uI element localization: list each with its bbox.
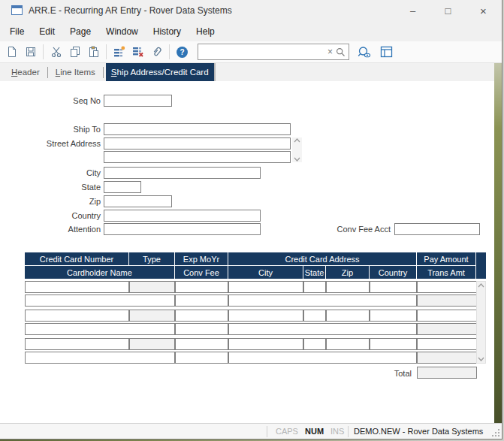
lookup-button[interactable] xyxy=(355,43,374,61)
conv-fee-acct-label: Conv Fee Acct xyxy=(315,223,391,235)
help-button[interactable]: ? xyxy=(173,43,192,61)
app-window-icon xyxy=(11,5,23,15)
exp-moyr-input[interactable] xyxy=(175,281,228,293)
delete-row-button[interactable] xyxy=(128,43,147,61)
caps-indicator: CAPS xyxy=(276,424,298,439)
pay-amount-input[interactable] xyxy=(417,310,477,322)
cc-number-input[interactable] xyxy=(25,310,129,322)
col-header-cardholder-name: Cardholder Name xyxy=(25,266,174,279)
menu-file[interactable]: File xyxy=(2,23,32,40)
resize-grip-icon[interactable] xyxy=(493,430,499,436)
menu-help[interactable]: Help xyxy=(189,23,222,40)
cc-type-field xyxy=(129,281,175,293)
session-status: DEMO.NEW - Rover Data Systems xyxy=(354,424,483,439)
save-button[interactable] xyxy=(21,43,40,61)
paste-button[interactable] xyxy=(84,43,103,61)
cc-address-input[interactable] xyxy=(228,323,417,335)
tab-line-items[interactable]: Line Items xyxy=(50,63,101,81)
cc-state-input[interactable] xyxy=(303,310,326,322)
state-input[interactable] xyxy=(104,181,141,193)
exp-moyr-input[interactable] xyxy=(175,338,228,350)
street-address-line1-input[interactable] xyxy=(104,137,291,150)
grid-scrollbar[interactable] xyxy=(476,281,486,364)
ins-indicator: INS xyxy=(330,424,344,439)
layout-button[interactable] xyxy=(377,43,396,61)
cc-zip-input[interactable] xyxy=(326,310,370,322)
menu-edit[interactable]: Edit xyxy=(32,23,62,40)
cc-address-input[interactable] xyxy=(228,352,417,364)
country-input[interactable] xyxy=(104,210,261,222)
new-button[interactable] xyxy=(2,43,21,61)
cc-state-input[interactable] xyxy=(303,281,326,293)
cc-number-input[interactable] xyxy=(25,281,129,293)
conv-fee-input[interactable] xyxy=(175,352,228,364)
col-header-cc-city: City xyxy=(228,266,303,279)
chevron-up-icon xyxy=(478,283,484,288)
num-indicator: NUM xyxy=(305,424,324,439)
conv-fee-acct-input[interactable] xyxy=(394,223,480,235)
col-header-cc-country: Country xyxy=(370,266,416,279)
maximize-button[interactable]: □ xyxy=(435,0,461,21)
cc-address-input[interactable] xyxy=(228,295,417,307)
search-clear-icon[interactable]: × xyxy=(325,45,335,59)
toolbar-separator xyxy=(106,44,107,59)
delete-row-icon xyxy=(131,46,144,58)
exp-moyr-input[interactable] xyxy=(175,310,228,322)
chevron-down-icon xyxy=(478,357,484,361)
toolbar-separator xyxy=(43,44,44,59)
cardholder-name-input[interactable] xyxy=(25,295,175,307)
cc-country-input[interactable] xyxy=(370,338,417,350)
attention-input[interactable] xyxy=(104,223,261,235)
cc-city-input[interactable] xyxy=(228,310,303,322)
save-icon xyxy=(25,46,37,58)
cardholder-name-input[interactable] xyxy=(25,352,175,364)
paste-clipboard-icon xyxy=(88,46,100,58)
conv-fee-input[interactable] xyxy=(175,295,228,307)
tab-ship-address-credit-card[interactable]: Ship Address/Credit Card xyxy=(106,63,214,81)
menu-page[interactable]: Page xyxy=(62,23,98,40)
attention-label: Attention xyxy=(23,223,101,235)
city-input[interactable] xyxy=(104,167,261,179)
close-button[interactable]: × xyxy=(470,0,496,21)
cc-country-input[interactable] xyxy=(370,310,417,322)
tab-separator xyxy=(103,67,104,78)
status-separator xyxy=(267,426,267,437)
svg-text:?: ? xyxy=(180,48,184,56)
cc-type-field xyxy=(129,338,175,350)
cc-type-field xyxy=(129,310,175,322)
trans-amt-field xyxy=(417,323,477,335)
cc-number-input[interactable] xyxy=(25,338,129,350)
conv-fee-input[interactable] xyxy=(175,323,228,335)
tab-header[interactable]: Header xyxy=(6,63,45,81)
pay-amount-input[interactable] xyxy=(417,338,477,350)
cc-country-input[interactable] xyxy=(370,281,417,293)
copy-button[interactable] xyxy=(65,43,84,61)
cc-city-input[interactable] xyxy=(228,338,303,350)
toolbar: ? × xyxy=(0,41,502,63)
attach-button[interactable] xyxy=(147,43,166,61)
city-label: City xyxy=(23,167,101,179)
cc-city-input[interactable] xyxy=(228,281,303,293)
credit-card-grid: Credit Card Number Type Exp MoYr Credit … xyxy=(25,252,487,380)
pay-amount-input[interactable] xyxy=(417,281,477,293)
menu-history[interactable]: History xyxy=(146,23,189,40)
street-address-label: Street Address xyxy=(23,137,101,150)
street-address-scrollbar[interactable] xyxy=(292,137,302,162)
seq-no-input[interactable] xyxy=(104,95,172,107)
col-header-pay-amount: Pay Amount xyxy=(417,252,475,265)
search-icon[interactable] xyxy=(335,47,349,57)
minimize-button[interactable]: – xyxy=(400,0,426,21)
cut-button[interactable] xyxy=(47,43,65,61)
menu-window[interactable]: Window xyxy=(98,23,146,40)
cardholder-name-input[interactable] xyxy=(25,323,175,335)
insert-row-button[interactable] xyxy=(110,43,128,61)
cc-zip-input[interactable] xyxy=(326,338,370,350)
ship-to-input[interactable] xyxy=(104,123,291,135)
street-address-line2-input[interactable] xyxy=(104,151,291,163)
search-input[interactable] xyxy=(198,46,325,58)
cc-zip-input[interactable] xyxy=(326,281,370,293)
state-label: State xyxy=(23,181,101,193)
cc-state-input[interactable] xyxy=(303,338,326,350)
zip-input[interactable] xyxy=(104,195,172,207)
search-preview-icon xyxy=(358,46,372,59)
